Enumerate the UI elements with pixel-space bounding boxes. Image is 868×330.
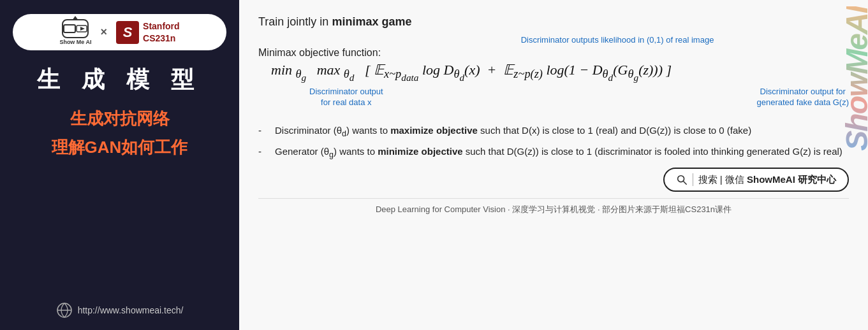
title-cn: 生 成 模 型 bbox=[37, 64, 202, 96]
content-area: Train jointly in minimax game Discrimina… bbox=[258, 15, 849, 321]
bullet-points: - Discriminator (θd) wants to maximize o… bbox=[258, 124, 849, 162]
theta-d: max bbox=[317, 62, 341, 78]
theta-g-sub: θg bbox=[296, 68, 307, 80]
math-section: Discriminator outputs likelihood in (0,1… bbox=[258, 35, 849, 108]
bullet-dash-1: - bbox=[258, 124, 268, 138]
main-title: Train jointly in minimax game bbox=[258, 15, 849, 29]
showmeai-text: Show Me AI bbox=[59, 39, 91, 45]
footer-text: Deep Learning for Computer Vision · 深度学习… bbox=[258, 198, 849, 215]
bracket-close: ] bbox=[666, 62, 672, 78]
svg-marker-1 bbox=[80, 27, 85, 31]
svg-line-3 bbox=[683, 181, 686, 184]
cross-sign: × bbox=[101, 25, 108, 39]
search-bold: ShowMeAI 研究中心 bbox=[747, 174, 836, 185]
search-label: 搜索 | 微信 bbox=[698, 174, 747, 185]
stanford-s-logo: S bbox=[116, 21, 139, 44]
stanford-name: Stanford bbox=[143, 20, 180, 32]
showmeai-icon bbox=[62, 19, 89, 38]
math-formula: min θg max θd [ 𝔼x~pdata log Dθd(x) + 𝔼z… bbox=[271, 61, 849, 84]
logo-bar: Show Me AI × S Stanford CS231n bbox=[13, 14, 226, 50]
subtitle-cn2: 理解GAN如何工作 bbox=[52, 136, 188, 159]
bullet-item-generator: - Generator (θg) wants to minimize objec… bbox=[258, 145, 849, 161]
showmeai-logo: Show Me AI bbox=[59, 19, 91, 45]
website-icon bbox=[56, 302, 73, 319]
bullet-text-2: Generator (θg) wants to minimize objecti… bbox=[275, 145, 842, 161]
right-panel: ShowMeAI Train jointly in minimax game D… bbox=[239, 0, 868, 330]
theta-g: min bbox=[271, 62, 292, 78]
main-title-bold: minimax game bbox=[332, 15, 411, 28]
bullet-text-1: Discriminator (θd) wants to maximize obj… bbox=[275, 124, 751, 140]
subtitle-cn1: 生成对抗网络 bbox=[70, 107, 170, 130]
search-icon bbox=[676, 174, 688, 185]
search-divider bbox=[693, 173, 693, 186]
bracket-open: [ bbox=[365, 62, 371, 78]
left-panel: Show Me AI × S Stanford CS231n 生 成 模 型 生… bbox=[0, 0, 239, 330]
stanford-course: CS231n bbox=[143, 32, 180, 44]
bullet-item-discriminator: - Discriminator (θd) wants to maximize o… bbox=[258, 124, 849, 140]
showmeai-icon-arrow bbox=[72, 16, 78, 20]
search-text: 搜索 | 微信 ShowMeAI 研究中心 bbox=[698, 174, 836, 186]
main-title-normal: Train jointly in bbox=[258, 15, 332, 28]
minimax-label: Minimax objective function: bbox=[258, 47, 849, 59]
website-bar: http://www.showmeai.tech/ bbox=[56, 302, 184, 319]
annotation-fake-data: Discriminator output for generated fake … bbox=[756, 87, 849, 108]
website-url: http://www.showmeai.tech/ bbox=[78, 305, 184, 315]
stanford-text: Stanford CS231n bbox=[143, 20, 180, 43]
search-bar[interactable]: 搜索 | 微信 ShowMeAI 研究中心 bbox=[663, 168, 849, 192]
theta-d-sub: θd bbox=[344, 68, 355, 80]
stanford-logo: S Stanford CS231n bbox=[116, 20, 180, 43]
annotation-real-data: Discriminator output for real data x bbox=[309, 87, 383, 108]
formula-annotations: Discriminator output for real data x Dis… bbox=[309, 87, 849, 108]
bullet-dash-2: - bbox=[258, 145, 268, 159]
discriminator-top-label: Discriminator outputs likelihood in (0,1… bbox=[386, 35, 849, 45]
search-bar-row: 搜索 | 微信 ShowMeAI 研究中心 bbox=[258, 168, 849, 192]
